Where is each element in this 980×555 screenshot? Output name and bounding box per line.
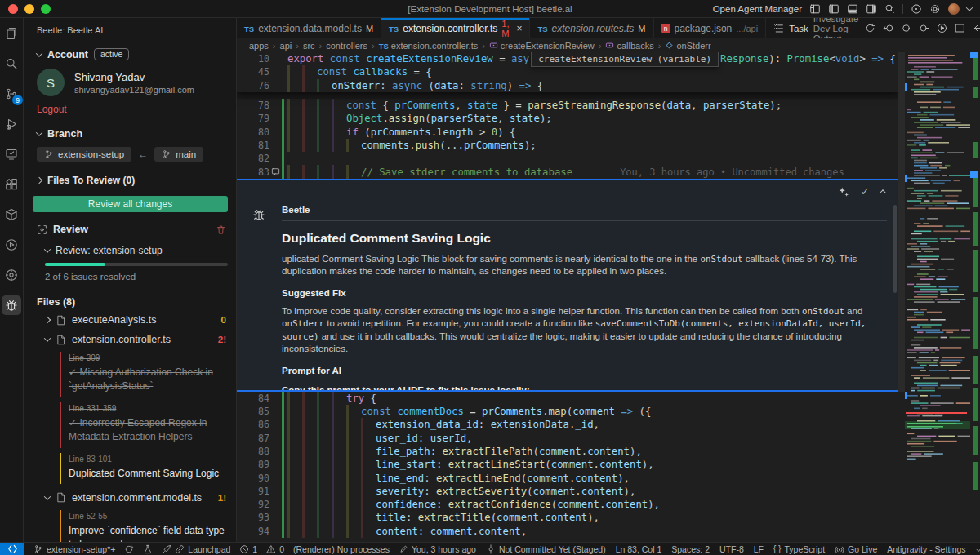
code-line-76[interactable]: 76onStderr: async (data: string) => { xyxy=(237,79,898,92)
split-editor-icon[interactable] xyxy=(955,23,965,33)
editor-tab-extension.data.model.ts[interactable]: TSextension.data.model.tsM xyxy=(237,18,381,38)
editor-scrollbar[interactable] xyxy=(898,52,905,392)
code-line-89[interactable]: 89line_start: extractLineStart(comment.c… xyxy=(237,458,898,471)
code-line-94[interactable]: 94content: comment.content, xyxy=(237,525,898,538)
activity-item-run-debug[interactable] xyxy=(2,114,21,134)
status-item-1[interactable]: 1 xyxy=(239,544,257,554)
debug-restart-icon[interactable] xyxy=(865,23,875,33)
chevron-down-icon[interactable] xyxy=(966,4,973,11)
issue-item[interactable]: Line 83-101Duplicated Comment Saving Log… xyxy=(60,453,228,484)
window-controls[interactable] xyxy=(0,4,51,14)
code-line-91[interactable]: 91severity: extractSeverity(comment.cont… xyxy=(237,485,898,498)
status-item-spaces-2[interactable]: Spaces: 2 xyxy=(671,544,710,554)
status-circle-icon[interactable] xyxy=(911,3,922,15)
code-line-81[interactable]: 81comments.push(...prComments); xyxy=(237,139,898,152)
customize-layout-icon[interactable] xyxy=(809,3,821,15)
code-line-85[interactable]: 85const commentDocs = prComments.map(com… xyxy=(237,405,898,418)
debug-step-out-icon[interactable] xyxy=(919,23,929,33)
activity-item-run-circle[interactable] xyxy=(2,235,21,255)
navigate-back-icon[interactable] xyxy=(973,23,980,33)
code-line-45[interactable]: 45const callbacks = { xyxy=(237,65,898,78)
activity-item-package-box[interactable] xyxy=(2,205,21,224)
status-item-typescript[interactable]: { }TypeScript xyxy=(773,544,825,554)
status-item-launchpad[interactable]: Launchpad xyxy=(162,544,230,554)
open-agent-manager-button[interactable]: Open Agent Manager xyxy=(713,4,802,14)
status-item-ln-83-col-1[interactable]: Ln 83, Col 1 xyxy=(616,544,662,554)
minimize-window-button[interactable] xyxy=(24,4,34,14)
activity-item-extensions[interactable] xyxy=(2,175,21,194)
gear-icon[interactable] xyxy=(929,3,941,15)
file-tree-item[interactable]: executeAnalysis.ts0 xyxy=(24,308,236,327)
editor-tab-package.json[interactable]: npackage.json.../api xyxy=(654,18,767,38)
activity-item-remote-explorer[interactable] xyxy=(2,144,21,164)
toggle-primary-sidebar-icon[interactable] xyxy=(828,3,840,15)
breadcrumb-item-api[interactable]: api xyxy=(280,41,292,51)
branch-chip-source[interactable]: extension-setup xyxy=(37,147,131,162)
code-line-82[interactable]: 82 xyxy=(237,152,898,165)
files-to-review-header[interactable]: Files To Review (0) xyxy=(24,175,236,186)
avatar[interactable] xyxy=(948,3,960,15)
breadcrumb-item-src[interactable]: src xyxy=(303,41,315,51)
widget-scrollbar[interactable] xyxy=(893,205,897,293)
close-icon[interactable]: × xyxy=(516,23,522,34)
collapse-chevron-up-icon[interactable] xyxy=(880,189,886,196)
status-item--renderer-no-processes[interactable]: (Renderer) No processes xyxy=(293,544,390,554)
activity-item-search[interactable] xyxy=(2,54,21,73)
zoom-window-button[interactable] xyxy=(41,4,51,14)
status-item-antigravity-settings[interactable]: Antigravity - Settings xyxy=(887,544,965,554)
logout-link[interactable]: Logout xyxy=(24,96,236,115)
code-line-87[interactable]: 87user_id: userId, xyxy=(237,432,898,445)
status-item-lf[interactable]: LF xyxy=(754,544,764,554)
issue-item[interactable]: Line 331-359✓ Incorrectly Escaped Regex … xyxy=(60,402,228,448)
debug-step-over-icon[interactable] xyxy=(901,23,911,33)
code-line-83[interactable]: 83// Save stderr comments to databaseYou… xyxy=(237,165,898,178)
toggle-secondary-sidebar-icon[interactable] xyxy=(866,3,877,15)
breadcrumb-item-extension.controller.ts[interactable]: TSextension.controller.ts xyxy=(379,41,479,51)
close-window-button[interactable] xyxy=(8,4,18,14)
editor-tab-extension.routes.ts[interactable]: TSextension.routes.tsM xyxy=(530,18,653,38)
code-line-84[interactable]: 84try { xyxy=(237,392,898,405)
status-item-you-3-hours-ago[interactable]: You, 3 hours ago xyxy=(399,544,476,554)
activity-item-source-control[interactable]: 9 xyxy=(2,84,21,104)
breadcrumb-item-onStderr[interactable]: onStderr xyxy=(665,41,710,51)
account-section-header[interactable]: Account active xyxy=(24,48,236,60)
sparkle-icon[interactable] xyxy=(838,186,849,198)
status-item-0[interactable]: 0 xyxy=(266,544,284,554)
breadcrumb-item-controllers[interactable]: controllers xyxy=(326,41,368,51)
minimap[interactable] xyxy=(905,52,970,542)
code-line-86[interactable]: 86extension_data_id: extensionData._id, xyxy=(237,418,898,431)
activity-item-beetle[interactable] xyxy=(2,295,21,315)
search-icon[interactable] xyxy=(884,3,895,14)
code-line-79[interactable]: 79Object.assign(parserState, state); xyxy=(237,112,898,125)
issue-item[interactable]: Line 52-55Improve `confidence` field dat… xyxy=(60,510,228,542)
status-item-sync[interactable] xyxy=(124,544,134,554)
code-line-10[interactable]: 10export const createExtensionReview = a… xyxy=(237,52,898,65)
activity-item-debug-settings[interactable] xyxy=(2,265,21,285)
code-line-90[interactable]: 90line_end: extractLineEnd(comment.conte… xyxy=(237,471,898,484)
code-line-92[interactable]: 92confidence: extractConfidence(comment.… xyxy=(237,498,898,511)
branch-chip-target[interactable]: main xyxy=(154,147,203,162)
code-line-78[interactable]: 78const { prComments, state } = parseStr… xyxy=(237,99,898,112)
issue-item[interactable]: Line 309✓ Missing Authorization Check in… xyxy=(60,352,228,397)
status-item-extension-setup-[interactable]: extension-setup*+ xyxy=(33,544,115,554)
file-tree-item[interactable]: extension.controller.ts2! xyxy=(24,327,236,347)
remote-indicator[interactable] xyxy=(0,543,24,555)
file-tree-item[interactable]: extension.comment.model.ts1! xyxy=(24,486,236,505)
review-all-changes-button[interactable]: Review all changes xyxy=(33,196,228,212)
code-line-88[interactable]: 88file_path: extractFilePath(comment.con… xyxy=(237,445,898,458)
activity-item-explorer[interactable] xyxy=(2,24,21,43)
debug-continue-icon[interactable] xyxy=(937,23,947,33)
status-item-prettier[interactable]: Prettier xyxy=(976,544,980,554)
code-editor[interactable]: 10export const createExtensionReview = a… xyxy=(237,52,980,542)
resolve-check-icon[interactable]: ✓ xyxy=(861,186,869,198)
toggle-panel-icon[interactable] xyxy=(847,3,858,15)
branch-section-header[interactable]: Branch xyxy=(24,128,236,140)
review-run-header[interactable]: Review: extension-setup xyxy=(24,245,236,256)
debug-step-back-icon[interactable] xyxy=(883,23,893,33)
code-line-93[interactable]: 93title: extractTitle(comment.content), xyxy=(237,511,898,524)
breadcrumb-item-createExtensionReview[interactable]: createExtensionReview xyxy=(489,41,595,51)
breadcrumb-item-apps[interactable]: apps xyxy=(249,41,269,51)
code-line-80[interactable]: 80if (prComments.length > 0) { xyxy=(237,125,898,138)
status-item-utf-8[interactable]: UTF-8 xyxy=(719,544,744,554)
status-item-not-committed-yet-staged-[interactable]: Not Committed Yet (Staged) xyxy=(486,544,606,554)
